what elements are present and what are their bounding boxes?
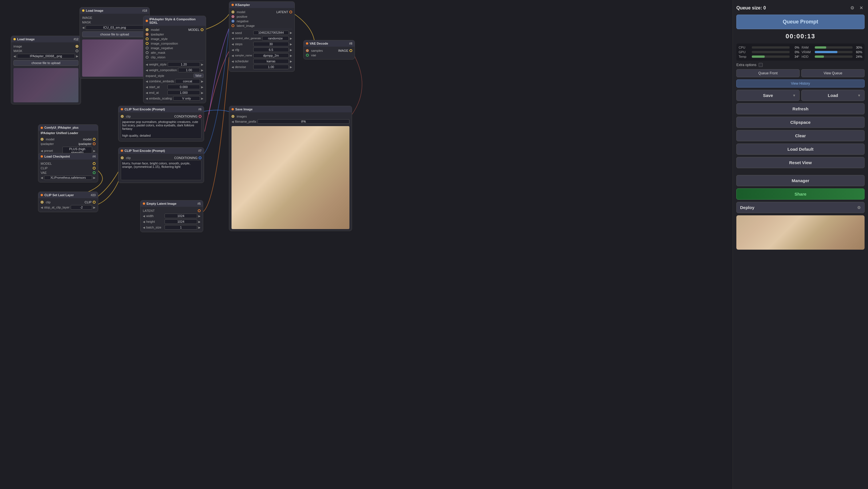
- control-after-val[interactable]: randomize: [262, 36, 289, 41]
- negative-in: [231, 20, 235, 23]
- deploy-btn[interactable]: Deploy ⚙: [736, 202, 865, 213]
- expand-style-val[interactable]: false: [193, 73, 204, 78]
- sampler-row[interactable]: ◀ sampler_name dpmpp_2m ▶: [231, 53, 292, 58]
- seed-val[interactable]: 1048226270652844: [253, 31, 289, 35]
- canvas-area[interactable]: Load Image #12 image MASK ◀ IPAdapter_00…: [0, 0, 733, 489]
- reset-view-btn[interactable]: Reset View: [736, 157, 865, 168]
- refresh-btn[interactable]: Refresh: [736, 103, 865, 115]
- denoise-row[interactable]: ◀ denoise 1.00 ▶: [231, 64, 292, 70]
- weight-style-inc[interactable]: ▶: [201, 63, 204, 66]
- denoise-val[interactable]: 1.00: [253, 65, 289, 69]
- node-dot: [41, 155, 43, 158]
- end-at-row[interactable]: ◀ end_at 1.000 ▶: [146, 90, 204, 96]
- attn-socket: [146, 51, 149, 54]
- temp-bar-wrap: [752, 56, 789, 58]
- seed-row[interactable]: ◀ seed 1048226270652844 ▶: [231, 30, 292, 35]
- prev-btn-18[interactable]: ◀: [82, 26, 85, 29]
- stop-val[interactable]: -2: [71, 205, 92, 209]
- embeds-scaling-val[interactable]: V only: [173, 96, 200, 101]
- node-empty-latent-5: Empty Latent Image #5 LATENT ◀ width 102…: [140, 200, 203, 232]
- node-ksampler: KSampler model LATENT positive negative …: [229, 1, 295, 72]
- prev-image-btn[interactable]: ◀: [13, 55, 16, 58]
- next-image-btn[interactable]: ▶: [76, 55, 79, 58]
- upload-btn-18[interactable]: choose file to upload: [82, 31, 147, 37]
- sampler-val[interactable]: dpmpp_2m: [253, 53, 289, 58]
- images-in: [231, 115, 235, 118]
- cfg-row[interactable]: ◀ cfg 6.5 ▶: [231, 47, 292, 53]
- clip-in-6: [121, 115, 124, 118]
- scheduler-val[interactable]: karras: [253, 59, 289, 64]
- expand-style-row: expand_style false: [146, 73, 204, 78]
- clip-vision-socket: [146, 56, 149, 59]
- combine-embeds-row[interactable]: ◀ combine_embeds concat ▶: [146, 78, 204, 84]
- weight-style-row[interactable]: ◀ weight_style 1.20 ▶: [146, 62, 204, 67]
- height-val[interactable]: 1024: [164, 219, 197, 224]
- gpu-label: GPU: [739, 50, 750, 54]
- upload-btn-12[interactable]: choose file to upload: [13, 60, 79, 66]
- ckpt-row[interactable]: ◀ XL\Prometheus.safetensors ▶: [41, 175, 96, 181]
- node-badge: #7: [198, 149, 202, 153]
- image-style-row: image_style: [146, 37, 204, 41]
- width-val[interactable]: 1024: [164, 214, 197, 218]
- embeds-scaling-row[interactable]: ◀ embeds_scaling V only ▶: [146, 96, 204, 101]
- node-badge: #23: [91, 194, 96, 197]
- node-body-save-image: images ◀ filename_prefix IPA: [229, 112, 352, 231]
- height-row[interactable]: ◀ height 1024 ▶: [143, 219, 200, 225]
- save-btn[interactable]: Save ▼: [736, 90, 800, 101]
- end-at-val[interactable]: 1.000: [167, 90, 200, 95]
- node-title: Save Image: [235, 107, 253, 111]
- node-header-load-image-18: Load Image #18: [80, 7, 149, 14]
- prompt-text-6[interactable]: japanese pop surrealism, photographic cr…: [121, 119, 202, 139]
- queue-prompt-btn[interactable]: Queue Prompt: [736, 14, 865, 29]
- image-out-row: IMAGE: [82, 15, 147, 20]
- close-icon-btn[interactable]: ✕: [858, 5, 865, 11]
- combine-embeds-val[interactable]: concat: [175, 79, 200, 84]
- node-body-ksampler: model LATENT positive negative latent_im…: [229, 8, 294, 71]
- node-badge: #5: [197, 202, 200, 205]
- clipspace-btn[interactable]: Clipspace: [736, 117, 865, 128]
- filename-val[interactable]: IPA: [257, 119, 349, 124]
- cfg-val[interactable]: 6.5: [253, 47, 289, 52]
- start-at-row[interactable]: ◀ start_at 0.000 ▶: [146, 84, 204, 90]
- weight-style-val[interactable]: 1.20: [168, 62, 200, 67]
- batch-val[interactable]: 1: [164, 225, 197, 230]
- view-queue-btn[interactable]: View Queue: [801, 69, 865, 77]
- batch-row[interactable]: ◀ batch_size 1 ▶: [143, 225, 200, 230]
- weight-comp-inc[interactable]: ▶: [201, 69, 204, 72]
- stop-layer-row[interactable]: ◀ stop_at_clip_layer -2 ▶: [41, 204, 96, 210]
- node-dot: [143, 202, 145, 205]
- load-default-btn[interactable]: Load Default: [736, 143, 865, 155]
- start-at-val[interactable]: 0.000: [167, 85, 200, 89]
- node-ipadapter-style-15: IPAdapter Style & Composition SDXL model…: [143, 16, 206, 103]
- settings-icon-btn[interactable]: ⚙: [849, 5, 856, 11]
- weight-comp-row[interactable]: ◀ weight_composition 1.00 ▶: [146, 67, 204, 73]
- weight-comp-val[interactable]: 1.00: [178, 68, 200, 72]
- share-btn[interactable]: Share: [736, 189, 865, 200]
- prompt-text-7[interactable]: blurry, human face, bright colors, smoot…: [121, 160, 202, 180]
- load-btn[interactable]: Load ▼: [801, 90, 865, 101]
- stats-grid: CPU 0% RAM 30% GPU 0% VRAM: [736, 43, 865, 61]
- control-after-row[interactable]: ◀ control_after_generate randomize ▶: [231, 35, 292, 41]
- node-dot: [231, 108, 234, 110]
- weight-style-dec[interactable]: ◀: [146, 63, 148, 66]
- node-save-image: Save Image images ◀ filename_prefix IPA: [229, 106, 352, 231]
- weight-comp-dec[interactable]: ◀: [146, 69, 148, 72]
- latent-out-5: [198, 209, 200, 212]
- divider: [231, 29, 292, 29]
- ckpt-val[interactable]: XL\Prometheus.safetensors: [44, 175, 92, 180]
- view-history-btn[interactable]: View History: [736, 79, 865, 88]
- clear-btn[interactable]: Clear: [736, 130, 865, 141]
- scheduler-row[interactable]: ◀ scheduler karras ▶: [231, 58, 292, 64]
- manager-btn[interactable]: Manager: [736, 175, 865, 186]
- width-row[interactable]: ◀ width 1024 ▶: [143, 213, 200, 219]
- extra-options-checkbox[interactable]: [759, 63, 763, 67]
- vram-bar: [815, 51, 837, 53]
- steps-row[interactable]: ◀ steps 30 ▶: [231, 41, 292, 47]
- image-comp-row: image_composition: [146, 41, 204, 46]
- node-body-load-image-18: IMAGE MASK ◀ ICU_03_sm.png ▶ choose file…: [80, 14, 149, 78]
- save-load-row: Save ▼ Load ▼: [736, 90, 865, 101]
- spacer: [736, 170, 865, 173]
- steps-val[interactable]: 30: [253, 42, 289, 46]
- filename-row[interactable]: ◀ filename_prefix IPA: [231, 119, 349, 124]
- queue-front-btn[interactable]: Queue Front: [736, 69, 800, 77]
